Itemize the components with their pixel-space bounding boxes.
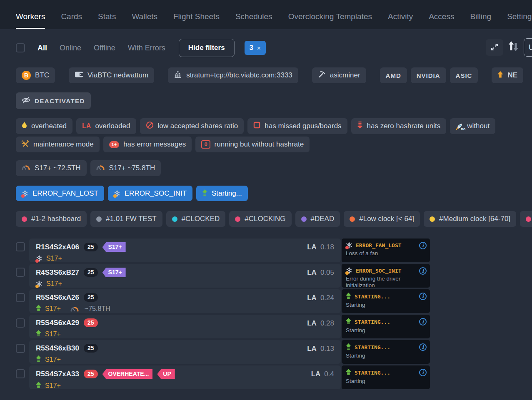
expand-button[interactable] <box>486 39 503 56</box>
app: Workers Cards Stats Wallets Flight Sheet… <box>0 0 532 400</box>
active-filter-starting[interactable]: Starting... <box>196 186 248 201</box>
tab-workers[interactable]: Workers <box>16 2 45 29</box>
active-filter-error-soc-init[interactable]: ERROR_SOC_INIT <box>108 186 192 201</box>
gauge-icon <box>22 164 30 172</box>
hashrate-chip-2[interactable]: S17+ ~75.8TH <box>90 160 161 176</box>
pool-filter-chip[interactable]: stratum+tcp://btc.viabtc.com:3333 <box>168 67 298 83</box>
worker-checkbox[interactable] <box>16 369 25 378</box>
tab-schedules[interactable]: Schedules <box>235 2 272 29</box>
view-online[interactable]: Online <box>60 44 81 52</box>
worker-card[interactable]: R4S3S6xB27 25 S17+ LA 0.05 S17+ <box>29 264 341 288</box>
miner-name: S17+ <box>45 305 61 313</box>
la-value: 0.24 <box>320 294 334 302</box>
worker-status-card[interactable]: STARTING... Starting i <box>342 340 430 364</box>
worker-status-card[interactable]: ERROR_FAN_LOST Loss of a fan i <box>342 239 430 262</box>
tab-access[interactable]: Access <box>429 2 454 29</box>
la-label: LA <box>307 294 317 302</box>
running-without-hashrate-label: running but without hashrate <box>215 140 304 149</box>
tab-wallets[interactable]: Wallets <box>132 2 157 29</box>
info-icon[interactable]: i <box>419 343 427 351</box>
worker-card[interactable]: R1S4S2xA06 25 S17+ LA 0.18 S17+ <box>29 239 341 262</box>
tab-overclocking-templates[interactable]: Overclocking Templates <box>288 2 372 29</box>
worker-card[interactable]: R5S4S6xB30 25 LA 0.13 S17+ <box>29 340 341 364</box>
edge-truncated-chip[interactable]: NE <box>492 67 523 83</box>
overheated-chip[interactable]: overheated <box>16 118 72 134</box>
coin-filter-chip[interactable]: B BTC <box>16 67 55 83</box>
info-icon[interactable]: i <box>419 293 427 300</box>
worker-row: R5S4S6xA26 25 LA 0.24 S17+ ~75.8TH <box>16 289 532 313</box>
worker-checkbox[interactable] <box>16 293 25 302</box>
view-with-errors[interactable]: With Errors <box>128 44 165 52</box>
missed-boards-chip[interactable]: has missed gpus/boards <box>247 118 347 134</box>
source-filters-row: B BTC ViaBTC nedwattum <box>16 67 532 83</box>
worker-checkbox[interactable] <box>16 268 25 277</box>
worker-card[interactable]: R5S4S6xA26 25 LA 0.24 S17+ ~75.8TH <box>29 289 341 313</box>
la-icon: LA <box>82 122 91 130</box>
view-offline[interactable]: Offline <box>94 44 115 52</box>
active-filter-error-fan-lost[interactable]: ERROR_FAN_LOST <box>16 186 104 201</box>
without-hashrate-chip[interactable]: no without <box>450 118 495 134</box>
view-all[interactable]: All <box>37 44 47 52</box>
edge-truncated-button[interactable]: U <box>524 38 532 57</box>
worker-status-card[interactable]: STARTING... Starting i <box>342 289 430 313</box>
brand-asic-chip[interactable]: ASIC <box>450 67 478 83</box>
has-error-messages-chip[interactable]: 1+ has error messages <box>103 137 192 152</box>
worker-checkbox[interactable] <box>16 242 25 251</box>
worker-status-card[interactable]: STARTING... Starting i <box>342 315 430 338</box>
info-icon[interactable]: i <box>419 242 427 249</box>
missed-boards-label: has missed gpus/boards <box>265 122 341 130</box>
info-icon[interactable]: i <box>419 318 427 325</box>
worker-name: R5S4S6xA29 <box>36 319 79 327</box>
worker-checkbox[interactable] <box>16 318 25 328</box>
la-label: LA <box>307 319 317 328</box>
pool-label: stratum+tcp://btc.viabtc.com:3333 <box>186 71 292 80</box>
tab-billing[interactable]: Billing <box>470 2 491 29</box>
tab-activity[interactable]: Activity <box>388 2 413 29</box>
overloaded-chip[interactable]: LA overloaded <box>76 118 136 134</box>
tag-chip[interactable]: #DEAD <box>295 211 340 227</box>
active-filter-count-badge[interactable]: 3 × <box>245 41 266 55</box>
sort-button[interactable] <box>508 41 519 53</box>
select-all-checkbox[interactable] <box>16 43 25 52</box>
freeze-orange-icon <box>114 190 120 197</box>
maintenance-mode-chip[interactable]: maintenance mode <box>16 137 100 152</box>
miner-filter-chip[interactable]: asicminer <box>312 67 366 83</box>
status-description: Starting <box>346 378 426 385</box>
tag-chip[interactable]: #Low clock [< 64] <box>344 211 420 227</box>
info-icon[interactable]: i <box>419 267 427 275</box>
wallet-filter-chip[interactable]: ViaBTC nedwattum <box>69 67 154 83</box>
gauge-icon <box>96 164 105 172</box>
tag-dot <box>22 216 27 222</box>
info-icon[interactable]: i <box>419 369 427 376</box>
brand-amd-chip[interactable]: AMD <box>380 67 407 83</box>
worker-status-card[interactable]: STARTING... Starting i <box>342 365 430 389</box>
zero-hashrate-units-label: has zero hashrate units <box>367 122 441 130</box>
worker-status-card[interactable]: ERROR_SOC_INIT Error during the driver i… <box>342 264 430 288</box>
unit-count-badge: 25 <box>84 344 98 353</box>
la-value: 0.28 <box>320 319 334 328</box>
running-without-hashrate-chip[interactable]: 0 running but without hashrate <box>195 137 310 152</box>
brand-nvidia-chip[interactable]: NVIDIA <box>411 67 446 83</box>
tab-cards[interactable]: Cards <box>61 2 82 29</box>
hashrate-label-2: S17+ ~75.8TH <box>109 164 155 172</box>
tag-chip[interactable]: #Medium clock [64-70] <box>424 211 516 227</box>
tab-flight-sheets[interactable]: Flight Sheets <box>173 2 220 29</box>
zero-hashrate-units-chip[interactable]: has zero hashrate units <box>351 118 447 134</box>
tag-chip[interactable]: #1.01 FW TEST <box>90 211 162 227</box>
clear-filters-icon[interactable]: × <box>257 45 261 52</box>
hide-filters-button[interactable]: Hide filters <box>179 39 235 57</box>
la-label: LA <box>311 370 321 378</box>
tag-chip[interactable]: #CLOCKED <box>166 211 226 227</box>
tag-dot <box>301 216 307 222</box>
tag-chip[interactable] <box>520 211 532 227</box>
tab-settings[interactable]: Settings <box>507 2 532 29</box>
tab-stats[interactable]: Stats <box>98 2 116 29</box>
worker-card[interactable]: R5S4S6xA29 25 LA 0.28 S17+ <box>29 315 341 338</box>
low-shares-chip[interactable]: low accepted shares ratio <box>140 118 244 134</box>
deactivated-filter-chip[interactable]: DEACTIVATED <box>16 92 91 109</box>
tag-chip[interactable]: #CLOCKING <box>229 211 291 227</box>
worker-checkbox[interactable] <box>16 344 25 353</box>
tag-chip[interactable]: #1-2 hashboard <box>16 211 87 227</box>
hashrate-chip-1[interactable]: S17+ ~72.5TH <box>16 160 87 176</box>
worker-card[interactable]: R5S4S7xA33 25 OVERHEATE... UP LA 0.4 S17… <box>29 365 341 389</box>
